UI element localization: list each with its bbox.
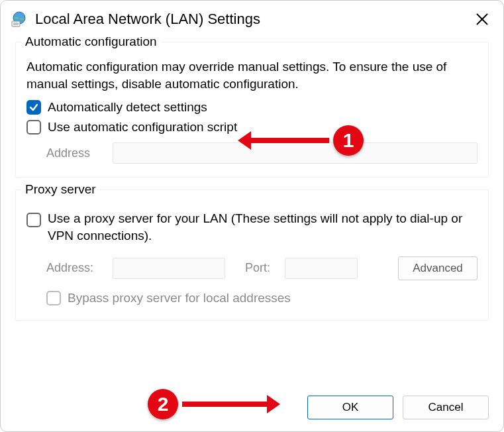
titlebar: Local Area Network (LAN) Settings: [1, 1, 503, 35]
proxy-address-label: Address:: [46, 261, 106, 275]
proxy-port-input: [285, 258, 358, 279]
auto-script-label: Use automatic configuration script: [48, 120, 237, 135]
proxy-use-label: Use a proxy server for your LAN (These s…: [48, 210, 478, 244]
bypass-label: Bypass proxy server for local addresses: [68, 291, 291, 305]
proxy-use-row[interactable]: Use a proxy server for your LAN (These s…: [26, 210, 478, 244]
cancel-button[interactable]: Cancel: [403, 396, 489, 419]
bypass-row: Bypass proxy server for local addresses: [46, 291, 478, 305]
globe-settings-icon: [10, 10, 28, 28]
window-title: Local Area Network (LAN) Settings: [35, 11, 470, 28]
advanced-button[interactable]: Advanced: [398, 256, 478, 280]
annotation-2: 2: [148, 389, 268, 419]
arrow-icon: [182, 402, 268, 407]
auto-group-title: Automatic configuration: [21, 34, 161, 49]
ok-button[interactable]: OK: [307, 396, 393, 419]
lan-settings-dialog: Local Area Network (LAN) Settings Automa…: [0, 0, 504, 432]
auto-address-label: Address: [46, 146, 106, 160]
proxy-group-title: Proxy server: [21, 182, 100, 197]
proxy-address-row: Address: Port: Advanced: [46, 256, 478, 280]
dialog-footer: OK Cancel: [307, 396, 489, 419]
bypass-checkbox: [46, 291, 61, 305]
annotation-badge-2: 2: [148, 389, 178, 419]
auto-detect-checkbox[interactable]: [26, 100, 41, 115]
proxy-port-label: Port:: [245, 261, 278, 275]
auto-description: Automatic configuration may override man…: [26, 58, 478, 92]
auto-script-checkbox[interactable]: [26, 120, 41, 135]
automatic-config-group: Automatic configuration Automatic config…: [15, 42, 489, 178]
auto-script-row[interactable]: Use automatic configuration script: [26, 120, 478, 135]
proxy-address-input: [113, 258, 225, 279]
svg-rect-1: [12, 21, 20, 27]
close-button[interactable]: [470, 7, 494, 31]
close-icon: [476, 13, 489, 26]
proxy-use-checkbox[interactable]: [26, 213, 41, 227]
auto-detect-label: Automatically detect settings: [48, 100, 207, 115]
auto-address-input: [113, 142, 478, 164]
dialog-content: Automatic configuration Automatic config…: [1, 35, 503, 321]
auto-detect-row[interactable]: Automatically detect settings: [26, 100, 478, 115]
proxy-group: Proxy server Use a proxy server for your…: [15, 189, 489, 320]
check-icon: [29, 103, 38, 112]
auto-address-row: Address: [46, 142, 478, 164]
